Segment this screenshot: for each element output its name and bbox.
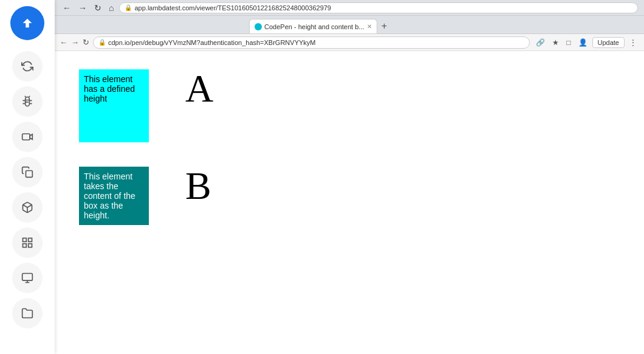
tab-title: CodePen - height and content b... (264, 23, 365, 30)
tab-close-button[interactable]: ✕ (367, 23, 372, 30)
grid-icon-button[interactable] (12, 227, 43, 258)
update-button[interactable]: Update (592, 37, 625, 48)
new-tab-button[interactable]: + (377, 19, 392, 33)
box-a: This element has a defined height (79, 69, 149, 142)
demo-row-b: This element takes the content of the bo… (79, 167, 620, 225)
folder-icon-button[interactable] (12, 298, 43, 328)
inner-back-button[interactable]: ← (60, 38, 67, 47)
sidebar (0, 0, 55, 354)
svg-rect-7 (22, 274, 33, 281)
bug-icon-button[interactable] (12, 86, 43, 117)
inner-actions: 🔗 ★ □ 👤 Update ⋮ (533, 37, 639, 48)
home-button[interactable]: ⌂ (107, 3, 115, 13)
back-button[interactable]: ← (61, 3, 73, 13)
inner-address-bar[interactable]: 🔒 cdpn.io/pen/debug/vYVmzNM?authenticati… (93, 36, 530, 49)
sync-icon-button[interactable] (12, 51, 43, 82)
box-b: This element takes the content of the bo… (79, 167, 149, 225)
address-text: app.lambdatest.com/viewer/TES10160501221… (134, 4, 331, 12)
inner-reload-button[interactable]: ↻ (83, 38, 89, 47)
main-area: ← → ↻ ⌂ 🔒 app.lambdatest.com/viewer/TES1… (55, 0, 644, 354)
bookmark-button[interactable]: ★ (550, 37, 561, 48)
box-3d-icon-button[interactable] (12, 192, 43, 223)
window-button[interactable]: □ (564, 37, 573, 48)
label-b: B (185, 167, 211, 206)
lock-icon: 🔒 (125, 4, 132, 11)
tab-bar: CodePen - height and content b... ✕ + (55, 16, 644, 34)
inner-lock-icon: 🔒 (98, 39, 106, 46)
svg-rect-6 (29, 244, 32, 248)
video-icon-button[interactable] (12, 122, 43, 152)
svg-rect-0 (22, 134, 30, 140)
label-a: A (185, 69, 213, 108)
svg-rect-1 (26, 171, 33, 178)
svg-rect-5 (23, 244, 27, 248)
tab-favicon (255, 23, 262, 30)
demo-row-a: This element has a defined height A (79, 69, 620, 142)
browser-bar: ← → ↻ ⌂ 🔒 app.lambdatest.com/viewer/TES1… (55, 0, 644, 16)
inner-forward-button[interactable]: → (71, 38, 79, 47)
demo-content: This element has a defined height A This… (55, 51, 644, 354)
profile-button[interactable]: 👤 (576, 37, 590, 48)
svg-rect-4 (29, 238, 32, 242)
forward-button[interactable]: → (77, 3, 89, 13)
copy-icon-button[interactable] (12, 157, 43, 187)
box-b-text: This element takes the content of the bo… (84, 172, 135, 220)
inner-url-text: cdpn.io/pen/debug/vYVmzNM?authentication… (108, 39, 316, 46)
scroll-top-button[interactable] (10, 6, 44, 40)
share-button[interactable]: 🔗 (533, 37, 547, 48)
active-tab[interactable]: CodePen - height and content b... ✕ (249, 19, 377, 33)
monitor-icon-button[interactable] (12, 263, 43, 293)
reload-button[interactable]: ↻ (92, 3, 103, 13)
svg-rect-3 (23, 238, 27, 242)
inner-url-bar: ← → ↻ 🔒 cdpn.io/pen/debug/vYVmzNM?authen… (55, 34, 644, 51)
box-a-text: This element has a defined height (84, 74, 135, 103)
address-bar[interactable]: 🔒 app.lambdatest.com/viewer/TES101605012… (119, 2, 638, 13)
menu-button[interactable]: ⋮ (627, 37, 639, 48)
